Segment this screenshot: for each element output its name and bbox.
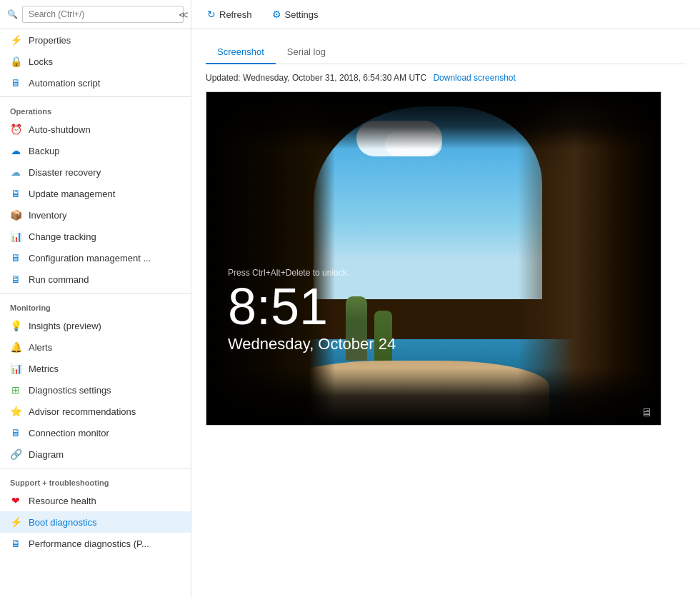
tab-bar: ScreenshotSerial log (206, 41, 686, 64)
update-info: Updated: Wednesday, October 31, 2018, 6:… (206, 73, 686, 83)
performance-diagnostics-icon: 🖥 (10, 538, 21, 549)
run-command-label: Run command (29, 274, 89, 285)
advisor-recommendations-icon: ⭐ (10, 406, 21, 417)
sidebar-item-alerts[interactable]: 🔔 Alerts (0, 336, 191, 358)
automation-script-icon: 🖥 (10, 77, 21, 89)
sidebar-item-disaster-recovery[interactable]: ☁ Disaster recovery (0, 161, 191, 183)
locks-label: Locks (29, 56, 53, 67)
performance-diagnostics-label: Performance diagnostics (P... (29, 538, 149, 549)
auto-shutdown-label: Auto-shutdown (29, 124, 91, 135)
diagnostics-settings-label: Diagnostics settings (29, 385, 111, 396)
run-command-icon: 🖥 (10, 274, 21, 285)
alerts-icon: 🔔 (10, 341, 21, 353)
tab-screenshot[interactable]: Screenshot (206, 41, 276, 64)
connection-monitor-icon: 🖥 (10, 427, 21, 438)
sidebar-item-automation-script[interactable]: 🖥 Automation script (0, 72, 191, 94)
toolbar: ↻ Refresh ⚙ Settings (191, 0, 700, 29)
sidebar-item-update-management[interactable]: 🖥 Update management (0, 183, 191, 204)
backup-label: Backup (29, 146, 59, 156)
sidebar-item-inventory[interactable]: 📦 Inventory (0, 204, 191, 226)
search-input[interactable] (22, 6, 184, 23)
sidebar-item-configuration-management[interactable]: 🖥 Configuration management ... (0, 247, 191, 269)
inventory-icon: 📦 (10, 209, 21, 221)
monitor-icon: 🖥 (641, 406, 652, 419)
sidebar-search-bar: 🔍 (0, 0, 191, 29)
boot-diagnostics-label: Boot diagnostics (29, 517, 96, 528)
sidebar-collapse-button[interactable]: ≪ (176, 6, 191, 23)
update-management-label: Update management (29, 189, 115, 199)
tab-serial-log[interactable]: Serial log (276, 41, 337, 64)
insights-icon: 💡 (10, 320, 21, 331)
disaster-recovery-label: Disaster recovery (29, 167, 101, 178)
configuration-management-icon: 🖥 (10, 252, 21, 264)
settings-icon: ⚙ (272, 9, 281, 20)
diagnostics-settings-icon: ⊞ (10, 384, 21, 396)
lock-hint: Press Ctrl+Alt+Delete to unlock. (228, 268, 396, 278)
cave-floor (206, 368, 661, 425)
download-screenshot-link[interactable]: Download screenshot (433, 73, 515, 83)
diagram-label: Diagram (29, 449, 64, 460)
disaster-recovery-icon: ☁ (10, 166, 21, 178)
properties-icon: ⚡ (10, 34, 21, 46)
main-content: ↻ Refresh ⚙ Settings ScreenshotSerial lo… (191, 0, 700, 597)
sidebar: 🔍 ≪ ⚡ Properties 🔒 Locks 🖥 Automation sc… (0, 0, 191, 597)
sidebar-item-run-command[interactable]: 🖥 Run command (0, 269, 191, 290)
cave-scene: Press Ctrl+Alt+Delete to unlock. 8:51 We… (206, 92, 661, 425)
insights-label: Insights (preview) (29, 321, 101, 331)
content-area: ScreenshotSerial log Updated: Wednesday,… (191, 29, 700, 597)
refresh-button[interactable]: ↻ Refresh (203, 6, 256, 23)
diagram-icon: 🔗 (10, 448, 21, 460)
refresh-label: Refresh (219, 9, 252, 20)
cave-ceiling (206, 92, 661, 149)
metrics-label: Metrics (29, 363, 59, 374)
boot-diagnostics-icon: ⚡ (10, 516, 21, 528)
sidebar-item-metrics[interactable]: 📊 Metrics (0, 358, 191, 379)
auto-shutdown-icon: ⏰ (10, 124, 21, 135)
sidebar-item-auto-shutdown[interactable]: ⏰ Auto-shutdown (0, 119, 191, 140)
update-management-icon: 🖥 (10, 188, 21, 199)
sidebar-item-properties[interactable]: ⚡ Properties (0, 29, 191, 51)
sidebar-item-resource-health[interactable]: ❤ Resource health (0, 490, 191, 511)
advisor-recommendations-label: Advisor recommendations (29, 406, 136, 417)
sidebar-section-label-operations: Operations (0, 100, 191, 119)
lock-date: Wednesday, October 24 (228, 335, 396, 353)
locks-icon: 🔒 (10, 56, 21, 67)
search-icon: 🔍 (7, 9, 18, 19)
sidebar-item-advisor-recommendations[interactable]: ⭐ Advisor recommendations (0, 401, 191, 422)
sidebar-item-boot-diagnostics[interactable]: ⚡ Boot diagnostics (0, 511, 191, 533)
resource-health-label: Resource health (29, 496, 96, 506)
sidebar-item-diagnostics-settings[interactable]: ⊞ Diagnostics settings (0, 379, 191, 401)
updated-text: Updated: Wednesday, October 31, 2018, 6:… (206, 73, 426, 83)
properties-label: Properties (29, 35, 71, 46)
change-tracking-label: Change tracking (29, 231, 96, 242)
sidebar-item-change-tracking[interactable]: 📊 Change tracking (0, 226, 191, 247)
sidebar-section-label-monitoring: Monitoring (0, 296, 191, 315)
sidebar-item-insights[interactable]: 💡 Insights (preview) (0, 315, 191, 336)
backup-icon: ☁ (10, 145, 21, 156)
refresh-icon: ↻ (207, 9, 216, 20)
alerts-label: Alerts (29, 342, 52, 353)
sidebar-item-performance-diagnostics[interactable]: 🖥 Performance diagnostics (P... (0, 533, 191, 554)
sidebar-item-backup[interactable]: ☁ Backup (0, 140, 191, 161)
change-tracking-icon: 📊 (10, 231, 21, 242)
sidebar-section-label-support-+-troubleshooting: Support + troubleshooting (0, 471, 191, 490)
sidebar-item-connection-monitor[interactable]: 🖥 Connection monitor (0, 422, 191, 443)
screenshot-container: Press Ctrl+Alt+Delete to unlock. 8:51 We… (206, 91, 661, 426)
automation-script-label: Automation script (29, 78, 100, 89)
sidebar-item-diagram[interactable]: 🔗 Diagram (0, 443, 191, 465)
metrics-icon: 📊 (10, 363, 21, 374)
configuration-management-label: Configuration management ... (29, 253, 151, 264)
settings-label: Settings (285, 9, 319, 20)
inventory-label: Inventory (29, 210, 66, 221)
sidebar-scroll-area: ⚡ Properties 🔒 Locks 🖥 Automation script… (0, 29, 191, 597)
sidebar-item-locks[interactable]: 🔒 Locks (0, 51, 191, 72)
lock-screen-text: Press Ctrl+Alt+Delete to unlock. 8:51 We… (228, 268, 396, 353)
lock-time: 8:51 (228, 281, 396, 332)
connection-monitor-label: Connection monitor (29, 428, 109, 438)
resource-health-icon: ❤ (10, 495, 21, 506)
settings-button[interactable]: ⚙ Settings (268, 6, 323, 23)
